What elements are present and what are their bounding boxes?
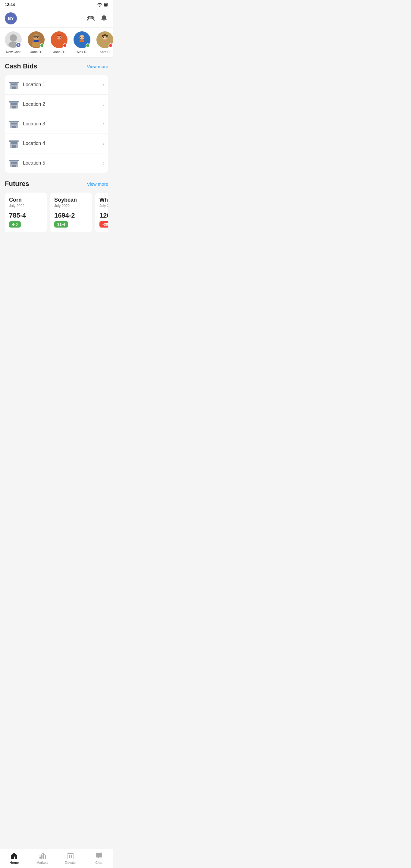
svg-rect-40 — [15, 103, 17, 105]
cash-bids-view-more[interactable]: View more — [87, 64, 108, 69]
user-avatar[interactable]: BY — [5, 12, 17, 24]
location-item-4[interactable]: Location 4 › — [5, 134, 108, 153]
svg-rect-38 — [11, 103, 13, 105]
nav-label-chat: Chat — [96, 861, 102, 864]
futures-month-wheat: July 2022... — [99, 204, 108, 208]
svg-rect-22 — [80, 40, 84, 42]
status-icons — [97, 3, 108, 7]
notification-icon[interactable] — [100, 14, 108, 23]
contact-john[interactable]: John D. — [25, 31, 47, 54]
markets-icon — [38, 852, 46, 860]
svg-rect-51 — [13, 142, 15, 144]
location-item-3[interactable]: Location 3 › — [5, 114, 108, 134]
futures-price-corn: 785-4 — [9, 212, 43, 219]
svg-rect-67 — [69, 855, 70, 858]
header-action-icons — [87, 14, 108, 23]
nav-elevator[interactable]: Elevator — [61, 852, 80, 864]
contact-new-chat[interactable]: + New Chat — [2, 31, 24, 54]
building-icon-2 — [8, 99, 19, 110]
contact-kate[interactable]: Kate P. — [94, 31, 113, 54]
nav-home[interactable]: Home — [5, 852, 23, 864]
svg-rect-32 — [11, 84, 13, 85]
svg-rect-57 — [13, 162, 15, 164]
svg-rect-54 — [9, 141, 19, 142]
chevron-right-icon-4: › — [103, 141, 104, 147]
bottom-nav: Home Markets Elevator — [0, 849, 113, 868]
svg-rect-60 — [9, 160, 19, 161]
contact-name-john: John D. — [30, 50, 42, 54]
location-item-2[interactable]: Location 2 › — [5, 95, 108, 114]
chevron-right-icon-1: › — [103, 82, 104, 88]
chevron-right-icon-3: › — [103, 121, 104, 127]
futures-card-corn[interactable]: Corn July 2022 785-4 4-0 — [5, 193, 47, 232]
futures-month-soybean: July 2022 — [54, 204, 88, 208]
svg-point-12 — [37, 37, 38, 38]
svg-rect-48 — [9, 121, 19, 122]
futures-change-wheat: -30-6 — [99, 221, 108, 227]
svg-rect-66 — [68, 853, 73, 854]
futures-month-corn: July 2022 — [9, 204, 43, 208]
new-chat-plus-icon: + — [16, 42, 21, 48]
location-item-5[interactable]: Location 5 › — [5, 153, 108, 173]
location-name-2: Location 2 — [23, 101, 99, 107]
svg-rect-58 — [15, 162, 17, 164]
location-list: Location 1 › Location 2 › — [5, 75, 108, 173]
nav-chat[interactable]: Chat — [90, 852, 108, 864]
svg-rect-2 — [108, 4, 108, 5]
nav-markets[interactable]: Markets — [33, 852, 52, 864]
status-bar: 12:44 — [0, 0, 113, 9]
elevator-icon — [67, 852, 74, 860]
futures-card-soybean[interactable]: Soybean July 2022 1694-2 31-4 — [50, 193, 92, 232]
home-icon — [10, 852, 18, 860]
chevron-right-icon-2: › — [103, 101, 104, 107]
svg-rect-42 — [9, 101, 19, 102]
svg-rect-59 — [12, 165, 16, 167]
main-content: Cash Bids View more Location 1 › — [0, 58, 113, 262]
futures-view-more[interactable]: View more — [87, 181, 108, 187]
status-dot-online — [40, 43, 44, 48]
wifi-icon — [97, 3, 102, 7]
futures-title: Futures — [5, 180, 29, 188]
chat-icon — [95, 852, 103, 860]
futures-change-corn: 4-0 — [9, 221, 21, 227]
location-name-1: Location 1 — [23, 82, 99, 87]
svg-rect-50 — [11, 142, 13, 144]
location-item-1[interactable]: Location 1 › — [5, 75, 108, 95]
contact-alex[interactable]: Alex D. — [71, 31, 93, 54]
contact-name-new-chat: New Chat — [6, 50, 21, 54]
svg-rect-33 — [13, 84, 15, 85]
svg-rect-35 — [12, 87, 16, 89]
svg-rect-68 — [71, 855, 72, 858]
handshake-icon[interactable] — [87, 14, 95, 23]
contact-name-alex: Alex D. — [76, 50, 87, 54]
futures-crop-corn: Corn — [9, 197, 43, 203]
svg-point-17 — [58, 37, 59, 38]
status-dot-online-alex — [86, 43, 90, 48]
svg-rect-3 — [104, 4, 107, 6]
futures-cards-container: Corn July 2022 785-4 4-0 Soybean July 20… — [5, 193, 108, 234]
svg-rect-63 — [43, 854, 44, 859]
building-icon-4 — [8, 138, 19, 149]
futures-price-soybean: 1694-2 — [54, 212, 88, 219]
svg-point-29 — [106, 37, 107, 38]
contact-jane[interactable]: Jane D. — [48, 31, 70, 54]
battery-icon — [104, 3, 108, 7]
contact-name-kate: Kate P. — [100, 50, 110, 54]
futures-crop-soybean: Soybean — [54, 197, 88, 203]
building-icon-3 — [8, 119, 19, 129]
contact-name-jane: Jane D. — [53, 50, 65, 54]
svg-rect-44 — [11, 123, 13, 124]
location-name-4: Location 4 — [23, 141, 99, 146]
location-name-5: Location 5 — [23, 160, 99, 166]
svg-rect-39 — [13, 103, 15, 105]
futures-card-wheat[interactable]: Whea... July 2022... 1200- -30-6 — [95, 193, 108, 232]
svg-point-0 — [99, 6, 100, 7]
svg-point-4 — [10, 34, 17, 41]
futures-header: Futures View more — [5, 180, 108, 188]
svg-rect-46 — [15, 123, 17, 124]
futures-section: Futures View more Corn July 2022 785-4 4… — [5, 180, 108, 234]
status-dot-offline — [63, 43, 67, 48]
svg-point-23 — [81, 37, 81, 38]
svg-point-21 — [80, 35, 84, 40]
futures-crop-wheat: Whea... — [99, 197, 108, 203]
